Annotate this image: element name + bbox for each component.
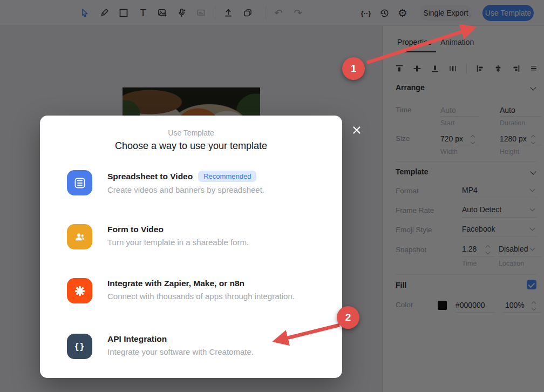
code-braces-icon: {} (67, 334, 92, 359)
zapier-asterisk-icon (67, 278, 92, 303)
option-title: API Integration (107, 334, 167, 344)
option-title: Integrate with Zapier, Make, or n8n (107, 279, 244, 288)
option-title: Spreadsheet to Video (107, 172, 193, 181)
close-icon (352, 125, 362, 135)
step-1-marker: 1 (342, 57, 365, 80)
option-form-to-video[interactable]: Form to Video Turn your template in a sh… (67, 224, 321, 249)
spreadsheet-icon (67, 170, 92, 195)
dialog-title: Choose a way to use your template (40, 140, 342, 152)
option-title: Form to Video (107, 225, 164, 234)
option-description: Integrate your software with Creatomate. (107, 347, 254, 356)
recommended-badge: Recommended (198, 171, 256, 182)
option-integrate-zapier[interactable]: Integrate with Zapier, Make, or n8n Conn… (67, 278, 321, 303)
use-template-dialog: Use Template Choose a way to use your te… (40, 116, 342, 378)
option-api-integration[interactable]: {} API Integration Integrate your softwa… (67, 334, 321, 359)
close-button[interactable] (350, 123, 364, 137)
form-people-icon (67, 224, 92, 249)
option-description: Create videos and banners by spreadsheet… (107, 185, 264, 194)
app-window: T (0, 0, 544, 392)
dialog-eyebrow: Use Template (40, 129, 342, 137)
option-description: Connect with thousands of apps through i… (107, 292, 295, 301)
option-spreadsheet-to-video[interactable]: Spreadsheet to Video Recommended Create … (67, 170, 321, 195)
option-description: Turn your template in a shareable form. (107, 238, 249, 247)
step-2-marker: 2 (337, 306, 359, 329)
